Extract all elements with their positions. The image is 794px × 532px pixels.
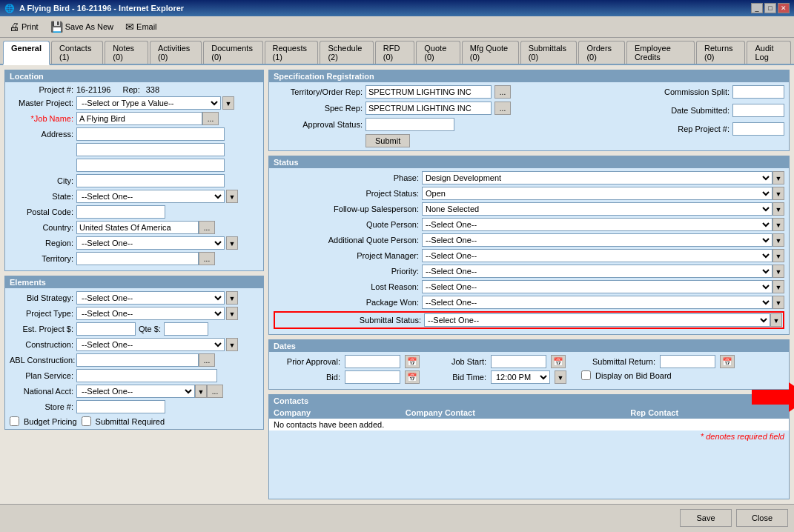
priority-select[interactable]: --Select One-- [422,265,773,278]
qte-input[interactable] [164,322,208,336]
add-quote-person-select[interactable]: --Select One-- [422,233,773,247]
territory-input[interactable] [76,252,199,265]
save-button[interactable]: Save [680,509,732,527]
phase-select[interactable]: Design Development [422,171,773,184]
state-select[interactable]: --Select One-- [76,190,225,203]
project-manager-expand: ▼ [773,249,784,262]
territory-label: Territory: [10,254,76,263]
project-manager-select[interactable]: --Select One-- [422,249,773,262]
package-won-select[interactable]: --Select One-- [422,296,773,309]
submittal-return-input[interactable] [660,355,715,368]
project-type-row: Project Type: --Select One-- ▼ [10,307,259,320]
construction-select[interactable]: --Select One-- [76,338,225,351]
national-acct-select[interactable]: --Select One-- [76,385,195,398]
city-label: City: [10,176,76,185]
phase-label: Phase: [274,173,422,182]
master-project-expand-btn[interactable]: ▼ [222,96,234,110]
commission-split-input[interactable] [732,85,784,99]
tab-notes[interactable]: Notes (0) [105,41,148,64]
country-input[interactable] [76,221,199,234]
save-icon: 💾 [50,21,63,33]
followup-select[interactable]: None Selected [422,202,773,216]
abl-construction-input[interactable] [76,353,199,367]
job-start-calendar-btn[interactable]: 📅 [551,355,566,368]
tab-requests[interactable]: Requests (1) [265,41,319,64]
national-acct-label: National Acct: [10,387,76,396]
minimize-btn[interactable]: _ [751,3,763,13]
postal-code-input[interactable] [76,205,165,219]
region-select[interactable]: --Select One-- [76,236,225,250]
bid-strategy-expand: ▼ [226,291,238,305]
project-manager-row: Project Manager: --Select One-- ▼ [274,249,784,262]
priority-label: Priority: [274,267,422,276]
date-submitted-input[interactable] [732,104,784,117]
prior-approval-label: Prior Approval: [274,357,340,366]
tab-submittals[interactable]: Submittals (0) [520,41,578,64]
tab-documents[interactable]: Documents (0) [203,41,262,64]
tab-activities[interactable]: Activities (0) [150,41,202,64]
tab-mfgquote[interactable]: Mfg Quote (0) [462,41,519,64]
bid-time-row: Bid Time: 12:00 PM ▼ [434,370,566,384]
tab-audit-log[interactable]: Audit Log [747,41,791,64]
abl-browse-btn[interactable]: ... [199,353,215,367]
address-input-1[interactable] [76,127,225,141]
tab-orders[interactable]: Orders (0) [578,41,624,64]
priority-expand: ▼ [773,265,784,278]
tab-rfd[interactable]: RFD (0) [375,41,415,64]
territory-rep-input[interactable] [365,85,492,99]
quote-person-select[interactable]: --Select One-- [422,218,773,231]
display-bid-board-checkbox[interactable] [581,370,591,380]
city-input[interactable] [76,174,225,187]
prior-approval-calendar-btn[interactable]: 📅 [405,355,420,368]
save-as-new-button[interactable]: 💾 Save As New [47,19,116,34]
spec-rep-input[interactable] [365,102,492,115]
close-btn[interactable]: ✕ [778,3,790,13]
lost-reason-select[interactable]: --Select One-- [422,280,773,293]
project-type-expand: ▼ [226,307,238,320]
email-button[interactable]: ✉ Email [122,19,160,34]
country-row: Country: ... [10,221,259,234]
tab-general[interactable]: General [3,41,50,65]
project-status-select[interactable]: Open [422,187,773,200]
close-button[interactable]: Close [736,509,788,527]
bid-calendar-btn[interactable]: 📅 [405,370,420,384]
submit-button[interactable]: Submit [365,134,410,147]
plan-service-input[interactable] [76,369,217,382]
submittal-status-select[interactable]: --Select One-- [424,313,770,327]
est-project-input[interactable] [76,322,136,336]
spec-rep-browse-btn[interactable]: ... [494,102,511,115]
address-input-3[interactable] [76,159,225,172]
job-start-input[interactable] [491,355,546,368]
project-type-select[interactable]: --Select One-- [76,307,225,320]
contacts-section: Contacts Company Company Contact Rep Con… [268,394,790,499]
bid-time-select[interactable]: 12:00 PM [491,370,550,384]
bid-strategy-select[interactable]: --Select One-- [76,291,225,305]
submittal-return-calendar-btn[interactable]: 📅 [720,355,735,368]
tab-employee-credits[interactable]: Employee Credits [626,41,695,64]
country-browse-btn[interactable]: ... [199,221,215,234]
budget-pricing-checkbox[interactable] [10,416,19,426]
approval-status-row: Approval Status: [274,118,633,131]
prior-approval-input[interactable] [345,355,400,368]
master-project-select[interactable]: --Select or Type a Value-- [76,96,221,110]
rep-project-label: Rep Project #: [641,124,730,133]
tab-contacts[interactable]: Contacts (1) [51,41,103,64]
submittal-required-checkbox[interactable] [82,416,91,426]
territory-browse-btn[interactable]: ... [199,252,215,265]
territory-rep-browse-btn[interactable]: ... [494,85,511,99]
bid-date-row: Bid: 📅 [274,370,420,384]
restore-btn[interactable]: □ [764,3,776,13]
address-input-2[interactable] [76,143,225,156]
print-button[interactable]: 🖨 Print [6,19,42,34]
tab-returns[interactable]: Returns (0) [696,41,745,64]
dates-rows: Prior Approval: 📅 Bid: 📅 [274,355,784,386]
tab-schedule[interactable]: Schedule (2) [320,41,373,64]
tab-quote[interactable]: Quote (0) [416,41,460,64]
bid-date-input[interactable] [345,370,400,384]
national-acct-browse-btn[interactable]: ... [207,385,223,398]
job-name-input[interactable] [76,112,202,125]
store-input[interactable] [76,400,165,413]
rep-project-input[interactable] [732,122,784,136]
approval-status-input[interactable] [365,118,454,131]
job-name-browse-btn[interactable]: ... [202,112,219,125]
